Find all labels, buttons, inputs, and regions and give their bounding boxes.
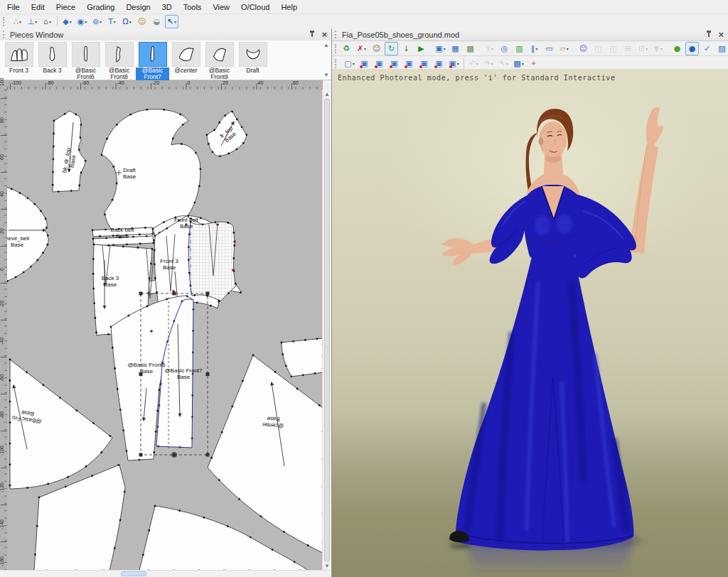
pointer-icon[interactable]: ↖▾ [497,57,510,70]
dropdown-caret-icon[interactable]: ▾ [174,19,176,24]
points-tool[interactable]: ∴▾ [11,15,24,28]
dropdown-caret-icon[interactable]: ▾ [535,46,537,51]
close-icon[interactable]: × [717,31,725,38]
hscroll-thumb[interactable] [121,571,146,576]
menu-piece[interactable]: Piece [50,1,82,13]
menu-edit[interactable]: Edit [26,1,50,13]
dropdown-caret-icon[interactable]: ▾ [100,19,102,24]
dropdown-caret-icon[interactable]: ▾ [114,19,116,24]
piece-thumb-basicfront7[interactable]: @Basic Front7 [136,41,169,80]
display-icon[interactable]: ⊡▾ [636,42,650,55]
fabric-grid-icon[interactable]: ▩ [464,42,477,55]
dropdown-caret-icon[interactable]: ▾ [19,19,21,24]
piece-thumb-basicfront9[interactable]: @Basic Front9 [203,41,236,80]
render-inspect-icon[interactable]: ◎ [498,42,511,55]
dropdown-caret-icon[interactable]: ▾ [567,46,569,51]
circle-tool[interactable]: ◉▾ [75,15,89,28]
dropdown-caret-icon[interactable]: ▾ [476,61,478,66]
window-3d-grid-icon[interactable]: ▦ [449,42,462,55]
dropdown-caret-icon[interactable]: ▾ [364,46,366,51]
dropdown-caret-icon[interactable]: ▾ [35,19,37,24]
pin-icon[interactable] [706,31,712,38]
fold-box-icon-6[interactable]: ▣ [432,57,446,70]
sphere-green-icon[interactable]: ● [670,42,684,55]
menu-file[interactable]: File [1,1,26,13]
3d-viewport[interactable]: Enhanced Photoreal mode, press 'i' for S… [332,69,728,577]
sphere-blue-icon[interactable]: ● [685,42,699,55]
menu-tools[interactable]: Tools [178,1,208,13]
clear-simulation-icon[interactable]: ✗▾ [355,42,368,55]
texture-grid-icon[interactable]: ▩▾ [512,57,525,70]
piece-thumb-basicfront8[interactable]: @Basic Front8 [102,41,136,80]
tile-icon-2[interactable]: ◫ [606,42,620,55]
piece-thumb-front3[interactable]: Front 3 [2,41,36,80]
thumb-scroll-up-icon[interactable]: ▲ [323,42,329,48]
fold-box-icon-3[interactable]: ▣ [387,57,401,70]
device-icon[interactable]: ▭ [542,42,556,55]
tshirt-icon[interactable]: ▼▾ [651,42,665,55]
dropdown-caret-icon[interactable]: ▾ [49,19,51,24]
dropdown-caret-icon[interactable]: ▾ [70,19,72,24]
dropdown-caret-icon[interactable]: ▾ [522,61,524,66]
perpendicular-point-tool[interactable]: ⊥▾ [26,15,39,28]
undo-icon[interactable]: ↶▾ [467,57,481,70]
fold-box-icon-7[interactable]: ▣▾ [447,57,461,70]
dropdown-caret-icon[interactable]: ▾ [353,61,355,66]
button-tool[interactable]: ⊚▾ [90,15,104,28]
avatar-edit-icon[interactable]: ☺ [577,42,590,55]
close-icon[interactable]: × [320,31,328,38]
menu-design[interactable]: Design [120,1,156,13]
menu-ocloud[interactable]: O/Cloud [235,1,275,13]
sync-icon[interactable]: ↻ [385,42,398,55]
fold-box-icon-1[interactable]: ▣ [358,57,371,70]
colorway-icon[interactable]: ▥ [513,42,526,55]
dropdown-caret-icon[interactable]: ▾ [660,46,663,51]
dropdown-caret-icon[interactable]: ▾ [491,61,493,66]
vertical-scrollbar[interactable]: ▲ ▼ [322,90,331,571]
piece-thumb-draft[interactable]: Draft [236,41,269,80]
fold-box-icon-5[interactable]: ▣ [417,57,431,70]
measure-icon[interactable]: ‖▾ [528,42,541,55]
dropdown-caret-icon[interactable]: ▾ [491,46,493,51]
text-tool[interactable]: T▾ [105,15,119,28]
run-simulation-icon[interactable]: ▶ [414,42,428,55]
select-zone-icon[interactable]: ▢▾ [343,57,356,70]
dropdown-caret-icon[interactable]: ▾ [85,19,87,24]
pattern-canvas[interactable]: DraftBasebk_dr_topBasefr_topBaseeeve_bel… [7,90,323,571]
pin-tool-icon[interactable]: ⌖ [527,57,540,70]
pin-icon[interactable] [309,31,316,38]
menu-view[interactable]: View [207,1,235,13]
check-icon[interactable]: ✓ [700,42,714,55]
scroll-down-icon[interactable]: ▼ [323,563,331,569]
image-icon[interactable]: ▨ [715,42,728,55]
tile-icon-1[interactable]: ◫ [592,42,605,55]
sleeve-bell-piece[interactable] [7,186,48,283]
tr-piece-piece[interactable] [282,338,323,377]
window-3d-icon[interactable]: ▣▾ [434,42,447,55]
center-wedge-piece[interactable] [208,355,323,553]
fold-box-icon-4[interactable]: ▣ [402,57,416,70]
avatar-icon[interactable]: ☺ [370,42,383,55]
menu-help[interactable]: Help [275,1,303,13]
dropdown-caret-icon[interactable]: ▾ [646,46,648,51]
scroll-thumb[interactable] [324,99,330,561]
select-cursor-tool[interactable]: ↖▾ [165,15,178,28]
seam-shape-tool[interactable]: Ω▾ [120,15,134,28]
mannequin-icon[interactable]: Y▾ [483,42,496,55]
basic-front-bl-piece[interactable] [10,360,112,489]
simulate-icon[interactable]: ♻ [340,42,353,55]
horizontal-scrollbar[interactable] [0,570,331,577]
tile-grid-icon[interactable]: ⊞ [621,42,635,55]
panel-splitter[interactable] [331,28,332,577]
piece-thumb-basicfront6[interactable]: @Basic Front6 [69,41,102,80]
piece-thumb-center[interactable]: @center [169,41,203,80]
lightbulb-tool[interactable]: ◒ [150,15,164,28]
dart-tool[interactable]: ◆▾ [60,15,74,28]
piece-thumb-back3[interactable]: Back 3 [36,41,69,80]
scroll-up-icon[interactable]: ▲ [323,91,331,97]
import-update-icon[interactable]: ↓ [400,42,413,55]
dropdown-caret-icon[interactable]: ▾ [457,61,459,66]
thumb-scroll-down-icon[interactable]: ▼ [323,72,329,78]
figure-light-tool[interactable]: ☺ [135,15,149,28]
dropdown-caret-icon[interactable]: ▾ [129,19,132,24]
